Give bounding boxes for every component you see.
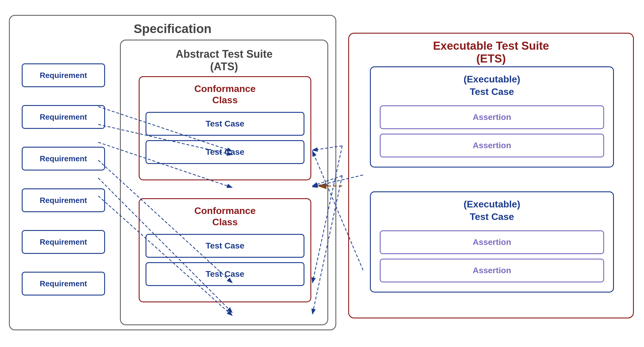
test-case-1-2: Test Case [146, 140, 304, 164]
main-container: Specification Requirement Requirement Re… [6, 9, 638, 339]
requirements-column: Requirement Requirement Requirement Requ… [22, 63, 105, 296]
exec-tc-2-title: (Executable)Test Case [380, 198, 604, 223]
ets-title: Executable Test Suite(ETS) [433, 40, 549, 65]
specification-box: Specification Requirement Requirement Re… [9, 15, 336, 330]
specification-title: Specification [134, 22, 211, 36]
exec-test-case-1: (Executable)Test Case Assertion Assertio… [370, 66, 614, 168]
ats-box: Abstract Test Suite(ATS) ConformanceClas… [120, 40, 328, 325]
test-case-1-1: Test Case [146, 112, 304, 136]
test-case-2-1: Test Case [146, 234, 304, 258]
exec-test-case-2: (Executable)Test Case Assertion Assertio… [370, 191, 614, 293]
assertion-2-2: Assertion [380, 259, 604, 282]
requirement-5: Requirement [22, 230, 105, 254]
requirement-2: Requirement [22, 105, 105, 129]
assertion-2-1: Assertion [380, 230, 604, 254]
requirement-4: Requirement [22, 188, 105, 212]
test-case-2-2: Test Case [146, 262, 304, 286]
conformance-class-1-title: ConformanceClass [146, 83, 304, 106]
ets-box: Executable Test Suite(ETS) (Executable)T… [348, 33, 634, 318]
ats-title: Abstract Test Suite(ATS) [176, 48, 272, 73]
requirement-3: Requirement [22, 147, 105, 171]
conformance-class-2-title: ConformanceClass [146, 205, 304, 228]
requirement-1: Requirement [22, 63, 105, 87]
conformance-class-2: ConformanceClass Test Case Test Case [139, 198, 311, 302]
assertion-1-2: Assertion [380, 134, 604, 157]
requirement-6: Requirement [22, 272, 105, 296]
conformance-class-1: ConformanceClass Test Case Test Case [139, 76, 311, 180]
assertion-1-1: Assertion [380, 105, 604, 129]
exec-tc-1-title: (Executable)Test Case [380, 73, 604, 98]
